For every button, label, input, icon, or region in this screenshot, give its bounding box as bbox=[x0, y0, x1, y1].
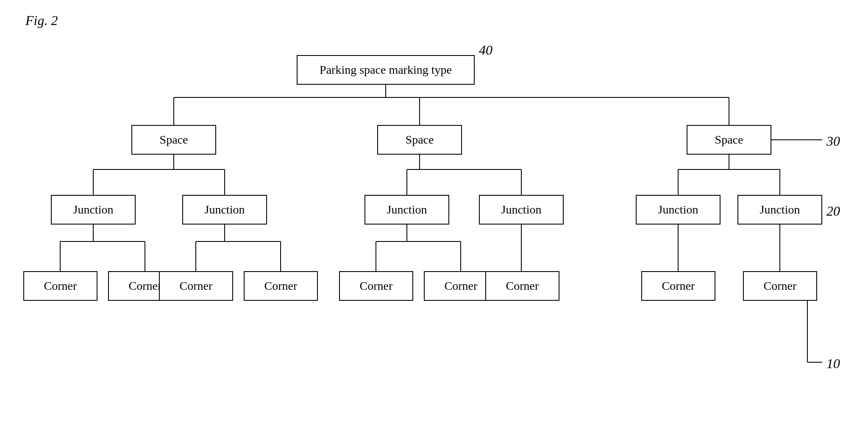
node-corner8: Corner bbox=[641, 271, 715, 301]
node-corner3: Corner bbox=[159, 271, 233, 301]
ref-20: 20 bbox=[826, 203, 840, 219]
node-junc5: Junction bbox=[636, 195, 721, 225]
ref-40: 40 bbox=[479, 42, 492, 58]
fig-label: Fig. 2 bbox=[25, 13, 58, 28]
node-corner4-label: Corner bbox=[264, 279, 298, 293]
node-space2-label: Space bbox=[406, 133, 434, 147]
node-corner6-label: Corner bbox=[445, 279, 478, 293]
node-space2: Space bbox=[377, 125, 462, 155]
node-junc4: Junction bbox=[479, 195, 564, 225]
node-corner2-label: Corner bbox=[129, 279, 162, 293]
node-junc1: Junction bbox=[51, 195, 136, 225]
node-corner7-label: Corner bbox=[506, 279, 539, 293]
node-corner4: Corner bbox=[244, 271, 318, 301]
node-junc4-label: Junction bbox=[501, 203, 542, 216]
ref-30: 30 bbox=[826, 133, 840, 149]
node-junc5-label: Junction bbox=[658, 203, 698, 216]
node-corner5: Corner bbox=[339, 271, 413, 301]
node-corner1: Corner bbox=[23, 271, 97, 301]
node-corner5-label: Corner bbox=[360, 279, 393, 293]
node-junc3: Junction bbox=[364, 195, 449, 225]
node-junc2: Junction bbox=[182, 195, 267, 225]
node-root-label: Parking space marking type bbox=[320, 63, 452, 77]
node-corner8-label: Corner bbox=[662, 279, 695, 293]
node-junc1-label: Junction bbox=[73, 203, 114, 216]
node-junc2-label: Junction bbox=[205, 203, 245, 216]
node-corner7: Corner bbox=[485, 271, 559, 301]
node-junc6: Junction bbox=[737, 195, 822, 225]
node-space3: Space bbox=[687, 125, 771, 155]
ref-10: 10 bbox=[826, 356, 840, 372]
diagram-container: Fig. 2 bbox=[0, 0, 868, 430]
node-corner9: Corner bbox=[743, 271, 817, 301]
node-root: Parking space marking type bbox=[297, 55, 475, 85]
node-junc6-label: Junction bbox=[760, 203, 800, 216]
node-space3-label: Space bbox=[715, 133, 743, 147]
node-junc3-label: Junction bbox=[387, 203, 427, 216]
node-space1-label: Space bbox=[160, 133, 188, 147]
node-corner1-label: Corner bbox=[44, 279, 77, 293]
node-corner3-label: Corner bbox=[180, 279, 213, 293]
node-space1: Space bbox=[131, 125, 216, 155]
node-corner9-label: Corner bbox=[764, 279, 797, 293]
